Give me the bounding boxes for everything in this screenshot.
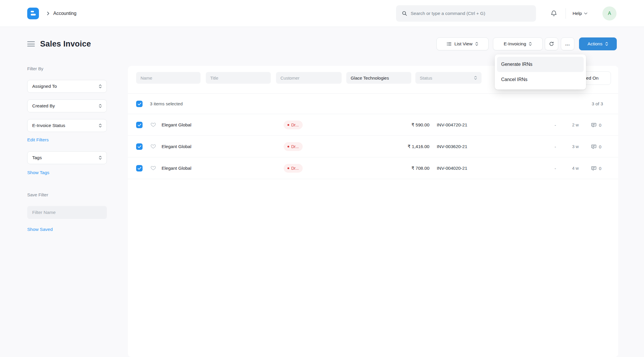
- assignee-dash: -: [552, 136, 559, 157]
- customer-name: Elegant Global: [162, 157, 191, 179]
- e-invoice-status-select[interactable]: E-Invoice Status: [27, 119, 107, 132]
- top-navbar: Accounting Search or type a command (Ctr…: [0, 0, 644, 27]
- comment-count[interactable]: 0: [591, 114, 601, 136]
- notifications-bell-icon[interactable]: [549, 9, 559, 18]
- filter-name-input[interactable]: [27, 206, 107, 219]
- select-chevrons-icon: [605, 42, 608, 46]
- status-badge: Dr...: [284, 164, 303, 173]
- invoice-amount: ₹ 590.00: [380, 114, 429, 136]
- comment-count[interactable]: 0: [591, 157, 601, 179]
- tags-select[interactable]: Tags: [27, 151, 107, 164]
- ellipsis-icon: ...: [565, 41, 570, 47]
- invoice-id: INV-004020-21: [437, 157, 467, 179]
- select-chevrons-icon: [99, 84, 102, 89]
- breadcrumb-chevron-icon: [46, 11, 50, 16]
- assignee-dash: -: [552, 157, 559, 179]
- e-invoicing-dropdown-menu: Generate IRNs Cancel IRNs: [495, 54, 586, 90]
- invoice-row[interactable]: Elegant Global Dr... ₹ 708.00 INV-004020…: [128, 157, 618, 179]
- comment-icon: [591, 166, 597, 171]
- help-label: Help: [573, 11, 582, 16]
- list-view-selector[interactable]: List View: [436, 37, 489, 50]
- checkmark-icon: [138, 145, 141, 148]
- favorite-heart-icon[interactable]: [150, 122, 156, 128]
- user-avatar[interactable]: A: [602, 6, 616, 20]
- invoice-id: INV-003620-21: [437, 136, 467, 157]
- status-badge: Dr...: [284, 142, 303, 151]
- filter-customer-field[interactable]: [276, 72, 342, 84]
- checkmark-icon: [138, 167, 141, 170]
- help-menu[interactable]: Help: [573, 0, 588, 27]
- row-checkbox[interactable]: [136, 143, 143, 150]
- list-icon: [447, 42, 452, 46]
- select-chevrons-icon: [99, 104, 102, 108]
- actions-label: Actions: [588, 41, 602, 47]
- select-chevrons-icon: [529, 42, 532, 46]
- show-tags-link[interactable]: Show Tags: [27, 170, 49, 175]
- assigned-to-select[interactable]: Assigned To: [27, 80, 107, 93]
- navbar-divider: [566, 8, 566, 19]
- actions-button[interactable]: Actions: [579, 37, 617, 50]
- menu-item-generate-irns[interactable]: Generate IRNs: [497, 57, 584, 72]
- select-all-checkbox[interactable]: [136, 101, 143, 107]
- invoice-amount: ₹ 708.00: [380, 157, 429, 179]
- erpnext-logo-icon[interactable]: [27, 8, 39, 19]
- avatar-initial: A: [608, 11, 611, 16]
- invoice-amount: ₹ 1,416.00: [380, 136, 429, 157]
- filter-title-field[interactable]: [206, 72, 271, 84]
- select-chevrons-icon: [474, 75, 477, 80]
- chevron-down-icon: [584, 12, 588, 15]
- invoice-row[interactable]: Elegant Global Dr... ₹ 590.00 INV-004720…: [128, 114, 618, 136]
- customer-name: Elegant Global: [162, 114, 191, 136]
- selection-summary-row: 3 items selected 3 of 3: [128, 94, 618, 114]
- global-search-input[interactable]: Search or type a command (Ctrl + G): [396, 5, 536, 22]
- e-invoicing-label: E-Invoicing: [504, 41, 526, 47]
- row-checkbox[interactable]: [136, 122, 143, 128]
- modified-age: 4 w: [561, 157, 579, 179]
- select-chevrons-icon: [99, 123, 102, 128]
- items-selected-text: 3 items selected: [150, 94, 183, 114]
- search-icon: [402, 11, 407, 16]
- sidebar-toggle-icon[interactable]: [27, 41, 35, 47]
- select-chevrons-icon: [475, 42, 478, 46]
- status-badge: Dr...: [284, 121, 303, 129]
- filter-by-label: Filter By: [27, 66, 43, 71]
- invoice-row[interactable]: Elegant Global Dr... ₹ 1,416.00 INV-0036…: [128, 136, 618, 157]
- invoice-rows: Elegant Global Dr... ₹ 590.00 INV-004720…: [128, 114, 618, 179]
- save-filter-label: Save Filter: [27, 192, 48, 197]
- filter-name-field[interactable]: [136, 72, 201, 84]
- list-view-label: List View: [454, 41, 472, 47]
- assignee-dash: -: [552, 114, 559, 136]
- search-placeholder: Search or type a command (Ctrl + G): [411, 11, 485, 16]
- e-invoicing-menu-button[interactable]: E-Invoicing: [493, 37, 543, 50]
- breadcrumb[interactable]: Accounting: [53, 0, 76, 27]
- checkmark-icon: [138, 123, 141, 127]
- comment-icon: [591, 122, 597, 128]
- invoice-list-card: Status 3 items selected 3 of 3 Elegant G…: [128, 66, 618, 357]
- edit-filters-link[interactable]: Edit Filters: [27, 137, 49, 143]
- modified-age: 2 w: [561, 114, 579, 136]
- comment-count[interactable]: 0: [591, 136, 601, 157]
- status-dot-icon: [287, 167, 289, 169]
- favorite-heart-icon[interactable]: [150, 165, 156, 171]
- show-saved-link[interactable]: Show Saved: [27, 227, 53, 232]
- invoice-id: INV-004720-21: [437, 114, 467, 136]
- created-by-select[interactable]: Created By: [27, 99, 107, 112]
- status-dot-icon: [287, 146, 289, 147]
- more-options-button[interactable]: ...: [561, 37, 574, 50]
- refresh-button[interactable]: [545, 37, 558, 50]
- filter-customer-value-field[interactable]: [346, 72, 411, 84]
- modified-age: 3 w: [561, 136, 579, 157]
- checkmark-icon: [138, 102, 141, 106]
- menu-item-cancel-irns[interactable]: Cancel IRNs: [497, 72, 584, 87]
- page-title: Sales Invoice: [40, 37, 91, 50]
- favorite-heart-icon[interactable]: [150, 143, 156, 149]
- customer-name: Elegant Global: [162, 136, 191, 157]
- status-dot-icon: [287, 124, 289, 126]
- comment-icon: [591, 144, 597, 150]
- row-count-text: 3 of 3: [592, 94, 603, 114]
- refresh-icon: [549, 41, 554, 47]
- row-checkbox[interactable]: [136, 165, 143, 171]
- filter-status-select[interactable]: Status: [415, 72, 482, 84]
- select-chevrons-icon: [99, 155, 102, 160]
